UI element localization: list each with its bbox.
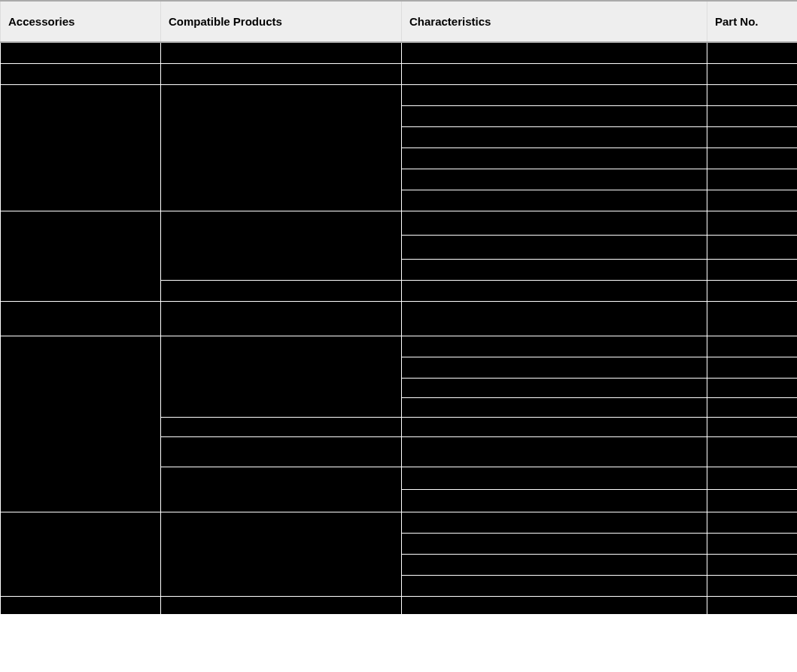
cell-accessories (1, 42, 161, 63)
cell-partno (707, 126, 798, 147)
cell-accessories (1, 336, 161, 512)
cell-compatible (161, 336, 402, 417)
table-header-row: Accessories Compatible Products Characte… (1, 1, 798, 42)
cell-compatible (161, 512, 402, 596)
cell-characteristics (402, 211, 707, 235)
table-row (1, 301, 798, 336)
cell-partno (707, 84, 798, 105)
table-row (1, 336, 798, 357)
cell-partno (707, 42, 798, 63)
cell-compatible (161, 42, 402, 63)
cell-characteristics (402, 42, 707, 63)
cell-partno (707, 417, 798, 436)
accessories-table: Accessories Compatible Products Characte… (0, 0, 797, 615)
table-row (1, 84, 798, 105)
cell-accessories (1, 211, 161, 301)
cell-characteristics (402, 280, 707, 301)
cell-characteristics (402, 301, 707, 336)
cell-characteristics (402, 596, 707, 614)
cell-partno (707, 235, 798, 259)
cell-accessories (1, 512, 161, 596)
cell-characteristics (402, 63, 707, 84)
cell-compatible (161, 280, 402, 301)
cell-characteristics (402, 378, 707, 397)
table-body (1, 42, 798, 614)
cell-partno (707, 169, 798, 190)
cell-partno (707, 63, 798, 84)
cell-characteristics (402, 554, 707, 575)
cell-partno (707, 489, 798, 512)
cell-accessories (1, 63, 161, 84)
cell-compatible (161, 84, 402, 211)
cell-partno (707, 467, 798, 489)
cell-partno (707, 596, 798, 614)
cell-compatible (161, 417, 402, 436)
header-characteristics: Characteristics (402, 1, 707, 42)
cell-accessories (1, 84, 161, 211)
header-partno: Part No. (707, 1, 798, 42)
table-row (1, 63, 798, 84)
cell-partno (707, 397, 798, 417)
cell-characteristics (402, 169, 707, 190)
table-row (1, 211, 798, 235)
cell-partno (707, 190, 798, 211)
header-accessories: Accessories (1, 1, 161, 42)
cell-compatible (161, 596, 402, 614)
cell-partno (707, 301, 798, 336)
cell-compatible (161, 211, 402, 280)
cell-characteristics (402, 357, 707, 378)
cell-characteristics (402, 575, 707, 596)
cell-characteristics (402, 467, 707, 489)
header-compatible: Compatible Products (161, 1, 402, 42)
cell-partno (707, 211, 798, 235)
cell-characteristics (402, 126, 707, 147)
cell-accessories (1, 301, 161, 336)
cell-characteristics (402, 417, 707, 436)
cell-partno (707, 105, 798, 126)
cell-characteristics (402, 190, 707, 211)
table-row (1, 512, 798, 533)
cell-accessories (1, 596, 161, 614)
cell-characteristics (402, 397, 707, 417)
cell-characteristics (402, 436, 707, 467)
cell-characteristics (402, 489, 707, 512)
cell-partno (707, 554, 798, 575)
cell-compatible (161, 63, 402, 84)
cell-characteristics (402, 105, 707, 126)
cell-characteristics (402, 533, 707, 554)
cell-characteristics (402, 84, 707, 105)
cell-partno (707, 259, 798, 280)
cell-partno (707, 533, 798, 554)
cell-partno (707, 436, 798, 467)
cell-partno (707, 512, 798, 533)
cell-compatible (161, 436, 402, 467)
cell-partno (707, 147, 798, 169)
cell-partno (707, 378, 798, 397)
table-row (1, 596, 798, 614)
cell-partno (707, 336, 798, 357)
cell-characteristics (402, 235, 707, 259)
table-row (1, 42, 798, 63)
cell-characteristics (402, 512, 707, 533)
cell-partno (707, 280, 798, 301)
cell-compatible (161, 301, 402, 336)
cell-characteristics (402, 336, 707, 357)
cell-characteristics (402, 259, 707, 280)
cell-characteristics (402, 147, 707, 169)
cell-partno (707, 357, 798, 378)
cell-partno (707, 575, 798, 596)
cell-compatible (161, 467, 402, 512)
